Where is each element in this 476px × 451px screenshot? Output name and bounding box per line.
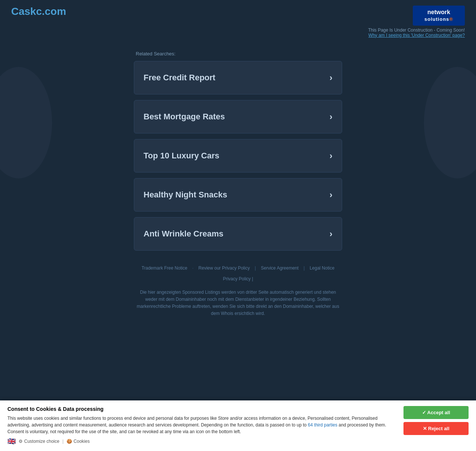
ns-dot: ®: [449, 16, 453, 22]
footer-link-legal[interactable]: Legal Notice: [310, 265, 335, 271]
footer-link-trademark[interactable]: Trademark Free Notice: [142, 265, 187, 271]
ns-logo: network solutions®: [413, 6, 465, 26]
cookie-actions: ✓ Accept all ✕ Reject all: [403, 406, 469, 435]
search-item-label-3: Healthy Night Snacks: [144, 190, 227, 200]
search-item-arrow-4: ›: [329, 229, 332, 239]
cookie-third-parties-link[interactable]: 64 third parties: [308, 422, 337, 428]
main-content: Related Searches: Free Credit Report › B…: [134, 44, 342, 332]
footer-disclaimer: Die hier angezeigten Sponsored Listings …: [134, 289, 342, 318]
site-title[interactable]: Caskc.com: [11, 6, 66, 17]
under-construction-text: This Page Is Under Construction - Coming…: [368, 28, 465, 33]
footer-links: Trademark Free Notice · Review our Priva…: [134, 265, 342, 271]
under-construction: This Page Is Under Construction - Coming…: [368, 28, 465, 38]
search-item-1[interactable]: Best Mortgage Rates ›: [134, 100, 342, 133]
bg-decoration-left: [0, 67, 52, 178]
accept-all-button[interactable]: ✓ Accept all: [403, 406, 469, 419]
footer-divider-3: |: [303, 265, 305, 271]
search-item-3[interactable]: Healthy Night Snacks ›: [134, 178, 342, 212]
footer-link-service[interactable]: Service Agreement: [261, 265, 298, 271]
customize-choice-button[interactable]: ⚙ Customize choice: [19, 439, 60, 444]
ns-network-text: network: [419, 9, 459, 16]
footer-divider-1: ·: [192, 265, 193, 271]
cookie-bottom-row: 🇬🇧 ⚙ Customize choice | 🍪 Cookies: [7, 437, 396, 445]
cookies-link[interactable]: 🍪 Cookies: [67, 439, 90, 444]
footer-link-privacy[interactable]: Review our Privacy Policy: [199, 265, 250, 271]
footer-divider-2: |: [255, 265, 256, 271]
header: Caskc.com network solutions® This Page I…: [0, 0, 476, 44]
search-item-label-2: Top 10 Luxury Cars: [144, 151, 219, 161]
search-item-label-0: Free Credit Report: [144, 73, 215, 83]
footer-privacy-link[interactable]: Privacy Policy: [223, 276, 251, 281]
footer-privacy: Privacy Policy |: [134, 276, 342, 281]
cookie-flag: 🇬🇧: [7, 437, 16, 445]
related-searches-label: Related Searches:: [134, 51, 342, 57]
ns-solutions-text: solutions®: [419, 16, 459, 23]
header-right: network solutions® This Page Is Under Co…: [368, 6, 465, 38]
search-item-arrow-3: ›: [329, 190, 332, 200]
bg-decoration-right: [424, 67, 476, 178]
search-item-label-1: Best Mortgage Rates: [144, 112, 225, 122]
search-item-0[interactable]: Free Credit Report ›: [134, 61, 342, 94]
cookie-separator: |: [62, 439, 64, 444]
search-item-label-4: Anti Wrinkle Creams: [144, 229, 223, 239]
cookie-icon: 🍪: [67, 439, 72, 444]
search-item-arrow-0: ›: [329, 73, 332, 83]
cookie-banner: Consent to Cookies & Data processing Thi…: [0, 400, 476, 451]
search-item-2[interactable]: Top 10 Luxury Cars ›: [134, 139, 342, 173]
search-item-arrow-2: ›: [329, 151, 332, 161]
cookie-title: Consent to Cookies & Data processing: [7, 406, 396, 412]
cookies-label: Cookies: [74, 439, 90, 444]
customize-choice-label: Customize choice: [24, 439, 60, 444]
reject-all-button[interactable]: ✕ Reject all: [403, 422, 469, 435]
cookie-text-section: Consent to Cookies & Data processing Thi…: [7, 406, 396, 445]
under-construction-link[interactable]: Why am I seeing this 'Under Construction…: [369, 33, 465, 38]
search-item-arrow-1: ›: [329, 112, 332, 122]
search-item-4[interactable]: Anti Wrinkle Creams ›: [134, 217, 342, 251]
gear-icon: ⚙: [19, 439, 23, 444]
footer-privacy-separator: |: [252, 276, 253, 281]
cookie-body: This website uses cookies and similar fu…: [7, 415, 396, 435]
